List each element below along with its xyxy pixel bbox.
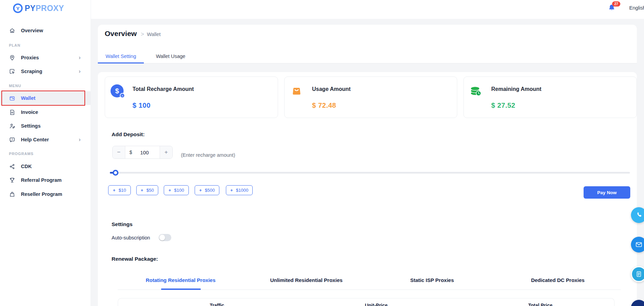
home-icon — [9, 27, 15, 34]
pay-now-button[interactable]: Pay Now — [584, 186, 630, 199]
quick-amount-50-button[interactable]: +$50 — [136, 185, 158, 195]
stat-amount: $ 100 — [133, 102, 151, 109]
breadcrumb-separator-icon: > — [141, 31, 144, 38]
stat-amount: $ 72.48 — [312, 102, 336, 109]
table-header-total-price: Total Price — [528, 303, 553, 306]
chevron-right-icon: › — [79, 68, 81, 75]
sidebar-item-label: Overview — [21, 28, 43, 33]
invoice-icon — [9, 109, 15, 116]
tab-static-isp-proxies[interactable]: Static ISP Proxies — [369, 274, 495, 285]
brand-logo-icon: Y — [13, 3, 23, 13]
email-float-button[interactable] — [631, 237, 644, 252]
tab-rotating-residential-proxies[interactable]: Rotating Residential Proxies — [118, 274, 243, 285]
deposit-slider[interactable] — [110, 172, 630, 174]
renewal-tabs: Rotating Residential Proxies Unlimited R… — [118, 274, 621, 285]
sidebar-item-label: Settings — [21, 123, 41, 129]
tab-dedicated-dc-proxies[interactable]: Dedicated DC Proxies — [495, 274, 621, 285]
brand-name-primary: PY — [25, 4, 36, 13]
top-bar: 27 English ▾ sc2527@gmail.com ▾ — [91, 0, 644, 19]
sidebar-item-proxies[interactable]: Proxies › — [0, 51, 91, 64]
add-deposit-label: Add Deposit: — [112, 131, 145, 138]
stat-title: Remaining Amount — [491, 86, 541, 92]
share-icon — [9, 163, 15, 170]
quick-amount-100-button[interactable]: +$100 — [164, 185, 189, 195]
usage-amount-card: Usage Amount $ 72.48 — [284, 76, 457, 118]
breadcrumb-root[interactable]: Overview — [105, 30, 137, 38]
sidebar-item-label: Referral Program — [21, 177, 61, 183]
sidebar-item-overview[interactable]: Overview — [0, 24, 91, 37]
wallet-icon — [9, 95, 15, 102]
deposit-hint: (Enter recharge amount) — [181, 152, 235, 158]
currency-symbol: $ — [129, 150, 132, 155]
sidebar-item-label: Reseller Program — [21, 191, 62, 197]
help-icon: ? — [9, 137, 15, 143]
stat-title: Total Recharge Amount — [133, 86, 194, 92]
language-selector[interactable]: English ▾ — [629, 5, 644, 11]
coins-icon — [469, 84, 483, 99]
sidebar-item-reseller-program[interactable]: Reseller Program — [0, 187, 91, 201]
user-settings-icon — [9, 123, 15, 129]
bell-icon — [608, 7, 616, 13]
sidebar-item-settings[interactable]: Settings — [0, 119, 91, 133]
sidebar-item-label: Wallet — [21, 95, 35, 101]
dollar-badge-icon: ≡ — [120, 93, 125, 98]
sidebar-item-cdk[interactable]: CDK — [0, 160, 91, 173]
increase-amount-button[interactable]: + — [160, 146, 172, 158]
whatsapp-float-button[interactable] — [631, 207, 644, 223]
table-header-unit-price: Unit-Price — [365, 303, 388, 306]
sidebar-item-label: CDK — [21, 164, 32, 169]
document-float-button[interactable] — [631, 266, 644, 282]
chevron-right-icon: › — [79, 54, 81, 61]
bag-icon — [9, 191, 15, 198]
trophy-icon — [9, 177, 15, 184]
phone-icon — [635, 211, 643, 219]
sidebar-section-programs: PROGRAMS — [9, 152, 34, 156]
sidebar-item-wallet[interactable]: Wallet — [0, 91, 91, 105]
envelope-icon — [635, 241, 643, 248]
sidebar-item-help-center[interactable]: ? Help Center › — [0, 133, 91, 146]
chevron-right-icon: › — [79, 136, 81, 143]
renewal-package-label: Renewal Package: — [112, 256, 158, 262]
shopping-bag-icon — [290, 84, 303, 99]
toggle-knob — [159, 235, 165, 240]
location-pin-icon — [9, 55, 15, 61]
deposit-stepper: − $ + — [112, 146, 173, 159]
auto-subscription-label: Auto-subscription — [112, 235, 150, 240]
tab-wallet-usage[interactable]: Wallet Usage — [150, 49, 191, 63]
wallet-page: 27 English ▾ sc2527@gmail.com ▾ Y PYPROX… — [0, 0, 644, 306]
decrease-amount-button[interactable]: − — [113, 146, 125, 158]
brand-logo: Y PYPROXY — [13, 3, 64, 13]
stat-title: Usage Amount — [312, 86, 350, 92]
sidebar-item-scraping[interactable]: Scraping › — [0, 64, 91, 78]
notification-badge: 27 — [612, 1, 620, 7]
quick-amount-10-button[interactable]: +$10 — [108, 185, 131, 195]
sidebar-item-invoice[interactable]: Invoice — [0, 105, 91, 119]
renewal-active-tab-underline — [161, 289, 201, 290]
dollar-icon: $≡ — [111, 84, 124, 97]
deposit-amount-input[interactable] — [134, 150, 156, 155]
remaining-amount-card: Remaining Amount $ 27.52 — [463, 76, 637, 118]
table-header-traffic: Traffic — [210, 303, 224, 306]
notifications-button[interactable]: 27 — [608, 3, 620, 15]
active-tab-underline — [98, 62, 144, 63]
sidebar-item-label: Scraping — [21, 69, 42, 74]
tab-unlimited-residential-proxies[interactable]: Unlimited Residential Proxies — [243, 274, 369, 285]
sidebar-section-menu: MENU — [9, 84, 21, 88]
total-recharge-card: $≡ Total Recharge Amount $ 100 — [105, 76, 278, 118]
tab-wallet-setting[interactable]: Wallet Setting — [98, 49, 144, 63]
document-icon — [635, 271, 642, 278]
slider-handle[interactable] — [113, 170, 118, 176]
language-label: English — [629, 5, 644, 11]
quick-amount-500-button[interactable]: +$500 — [195, 185, 219, 195]
auto-subscription-toggle[interactable] — [159, 234, 171, 241]
stat-amount: $ 27.52 — [491, 102, 515, 109]
svg-text:?: ? — [11, 138, 13, 141]
sidebar-item-label: Invoice — [21, 109, 38, 115]
settings-title: Settings — [112, 221, 133, 227]
sidebar: Y PYPROXY Overview PLAN Proxies › Scrapi… — [0, 0, 91, 306]
quick-amount-1000-button[interactable]: +$1000 — [226, 185, 253, 195]
sidebar-item-label: Help Center — [21, 137, 49, 142]
sidebar-item-label: Proxies — [21, 55, 39, 60]
sidebar-item-referral-program[interactable]: Referral Program — [0, 173, 91, 187]
sidebar-section-plan: PLAN — [9, 43, 20, 47]
